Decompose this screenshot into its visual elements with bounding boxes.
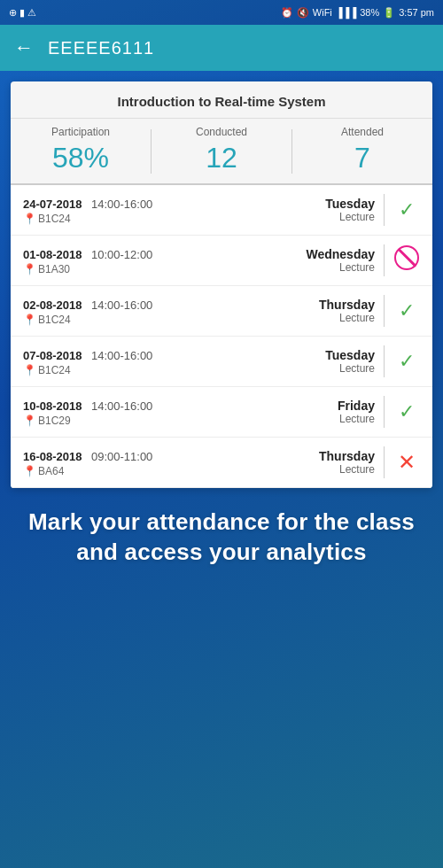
pin-icon: 📍 [23, 314, 36, 326]
location-text: B1C24 [38, 364, 71, 376]
lecture-day-type: Thursday Lecture [304, 449, 375, 476]
attended-value: 7 [296, 142, 429, 174]
battery-icon: 🔋 [383, 7, 395, 19]
lecture-row[interactable]: 10-08-2018 14:00-16:00 📍 B1C29 Friday Le… [11, 387, 432, 438]
check-icon: ✓ [393, 350, 420, 373]
lecture-day-type: Thursday Lecture [304, 298, 375, 324]
lecture-day-type: Friday Lecture [304, 399, 375, 425]
conducted-label: Conducted [155, 126, 288, 138]
lecture-time: 10:00-12:00 [91, 248, 152, 261]
lecture-location: 📍 B1C24 [23, 364, 304, 376]
lecture-time: 14:00-16:00 [91, 349, 152, 362]
slash-icon [393, 245, 420, 275]
check-icon: ✓ [393, 299, 420, 322]
lecture-time: 14:00-16:00 [91, 198, 152, 211]
attendance-card: Introduction to Real-time System Partici… [11, 81, 432, 488]
pin-icon: 📍 [23, 213, 36, 225]
lecture-date: 01-08-2018 [23, 248, 82, 261]
lecture-row[interactable]: 02-08-2018 14:00-16:00 📍 B1C24 Thursday … [11, 286, 432, 337]
conducted-stat: Conducted 12 [152, 119, 291, 183]
lecture-day: Thursday [304, 298, 375, 312]
row-divider [384, 345, 385, 377]
app-header: ← EEEEE6111 [0, 25, 443, 71]
lecture-row[interactable]: 01-08-2018 10:00-12:00 📍 B1A30 Wednesday… [11, 236, 432, 286]
conducted-value: 12 [155, 142, 288, 174]
lecture-info: 10-08-2018 14:00-16:00 📍 B1C29 [23, 398, 304, 427]
lecture-location: 📍 B1C24 [23, 213, 304, 225]
lecture-type: Lecture [304, 362, 375, 375]
cross-icon: ✕ [393, 450, 420, 475]
row-divider [384, 295, 385, 327]
pin-icon: 📍 [23, 415, 36, 427]
check-icon: ✓ [393, 198, 420, 221]
notification-icons: ⊕ ▮ ⚠ [9, 7, 36, 19]
lecture-date: 10-08-2018 [23, 399, 82, 413]
participation-label: Participation [14, 126, 147, 138]
page-title: EEEEE6111 [48, 38, 154, 58]
lecture-day-type: Wednesday Lecture [304, 247, 375, 274]
lecture-row[interactable]: 07-08-2018 14:00-16:00 📍 B1C24 Tuesday L… [11, 337, 432, 387]
lecture-type: Lecture [304, 413, 375, 425]
lecture-type: Lecture [304, 261, 375, 274]
row-divider [384, 446, 385, 478]
lecture-type: Lecture [304, 463, 375, 476]
lecture-location: 📍 B1C29 [23, 415, 304, 427]
lecture-location: 📍 B1C24 [23, 314, 304, 326]
attended-stat: Attended 7 [292, 119, 432, 183]
stats-row: Participation 58% Conducted 12 Attended … [11, 119, 432, 185]
lecture-day-type: Tuesday Lecture [304, 348, 375, 375]
check-icon: ✓ [393, 400, 420, 423]
row-divider [384, 244, 385, 276]
mute-icon: 🔇 [297, 7, 309, 19]
pin-icon: 📍 [23, 364, 36, 376]
alarm-icon: ⏰ [281, 7, 293, 19]
row-divider [384, 194, 385, 226]
signal-icon: ▐▐▐ [336, 7, 356, 18]
lecture-date: 16-08-2018 [23, 450, 82, 463]
participation-value: 58% [14, 142, 147, 174]
location-text: B1C24 [38, 213, 71, 225]
status-right: ⏰ 🔇 WiFi ▐▐▐ 38% 🔋 3:57 pm [281, 7, 434, 19]
pin-icon: 📍 [23, 263, 36, 275]
lecture-day: Tuesday [304, 197, 375, 211]
lecture-info: 24-07-2018 14:00-16:00 📍 B1C24 [23, 196, 304, 225]
lecture-info: 02-08-2018 14:00-16:00 📍 B1C24 [23, 297, 304, 326]
lecture-type: Lecture [304, 312, 375, 324]
row-divider [384, 396, 385, 428]
lecture-location: 📍 BA64 [23, 465, 304, 477]
back-button[interactable]: ← [14, 36, 34, 59]
lecture-info: 16-08-2018 09:00-11:00 📍 BA64 [23, 448, 304, 477]
lecture-list: 24-07-2018 14:00-16:00 📍 B1C24 Tuesday L… [11, 185, 432, 488]
lecture-day: Thursday [304, 449, 375, 463]
pin-icon: 📍 [23, 465, 36, 477]
lecture-day-type: Tuesday Lecture [304, 197, 375, 223]
location-text: BA64 [38, 465, 64, 477]
lecture-location: 📍 B1A30 [23, 263, 304, 275]
lecture-row[interactable]: 16-08-2018 09:00-11:00 📍 BA64 Thursday L… [11, 438, 432, 488]
lecture-row[interactable]: 24-07-2018 14:00-16:00 📍 B1C24 Tuesday L… [11, 185, 432, 236]
attended-label: Attended [296, 126, 429, 138]
battery-percent: 38% [360, 7, 379, 18]
lecture-day: Tuesday [304, 348, 375, 362]
lecture-time: 09:00-11:00 [91, 450, 152, 463]
location-text: B1C24 [38, 314, 71, 326]
lecture-day: Friday [304, 399, 375, 413]
course-title: Introduction to Real-time System [11, 81, 432, 119]
status-icons: ⊕ ▮ ⚠ [9, 7, 36, 19]
lecture-info: 01-08-2018 10:00-12:00 📍 B1A30 [23, 246, 304, 275]
lecture-time: 14:00-16:00 [91, 298, 152, 312]
lecture-date: 07-08-2018 [23, 349, 82, 362]
location-text: B1C29 [38, 415, 71, 427]
wifi-icon: WiFi [313, 7, 332, 18]
lecture-time: 14:00-16:00 [91, 399, 152, 413]
promo-text: Mark your attendance for the class and a… [0, 488, 443, 584]
location-text: B1A30 [38, 263, 70, 275]
status-bar: ⊕ ▮ ⚠ ⏰ 🔇 WiFi ▐▐▐ 38% 🔋 3:57 pm [0, 0, 443, 25]
lecture-info: 07-08-2018 14:00-16:00 📍 B1C24 [23, 347, 304, 376]
lecture-date: 02-08-2018 [23, 298, 82, 312]
lecture-date: 24-07-2018 [23, 198, 82, 211]
participation-stat: Participation 58% [11, 119, 151, 183]
time: 3:57 pm [399, 7, 434, 18]
lecture-type: Lecture [304, 211, 375, 223]
lecture-day: Wednesday [304, 247, 375, 261]
